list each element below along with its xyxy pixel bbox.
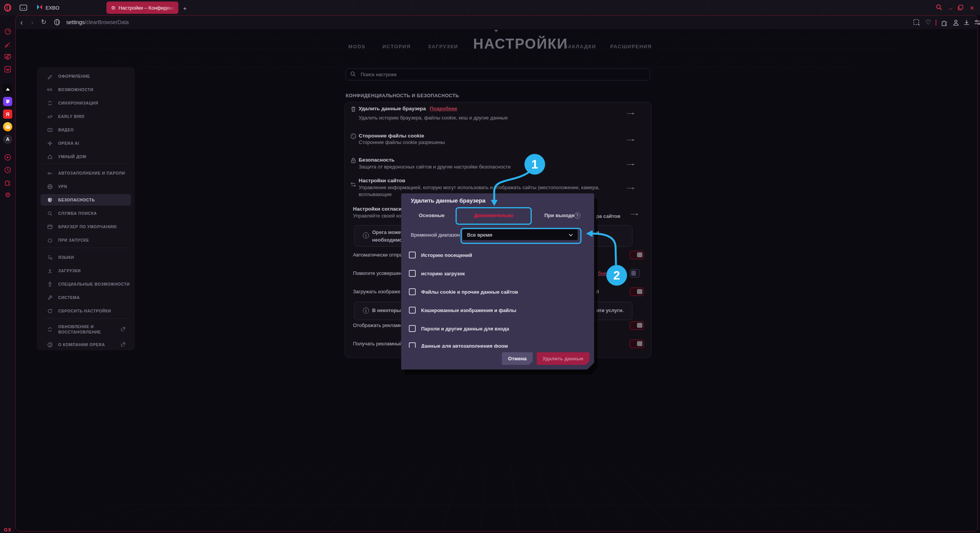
row-improve[interactable]: Помогите усовершен	[353, 270, 402, 276]
twitch-icon[interactable]	[0, 97, 15, 106]
forward-icon[interactable]: ›	[31, 18, 34, 26]
nav-settings-active[interactable]: НАСТРОЙКИ	[473, 36, 568, 52]
checkbox[interactable]	[409, 325, 416, 332]
sidebar-item-accessibility[interactable]: СПЕЦИАЛЬНЫЕ ВОЗМОЖНОСТИ	[41, 278, 131, 290]
hot-tabs-icon[interactable]	[0, 53, 15, 60]
cancel-button[interactable]: Отмена	[502, 352, 532, 365]
toggle-improve[interactable]	[630, 269, 640, 278]
pinned-app-icon[interactable]	[0, 84, 15, 93]
toggle-load-images[interactable]	[630, 288, 644, 296]
question-icon[interactable]: ?	[574, 213, 580, 219]
sidebar-setup-icon[interactable]	[19, 4, 28, 13]
extensions-puzzle-icon[interactable]	[941, 19, 948, 28]
player-icon[interactable]	[0, 154, 15, 161]
delete-data-button[interactable]: Удалить данные	[537, 352, 590, 365]
nav-downloads[interactable]: ЗАГРУЗКИ	[428, 44, 458, 49]
row-site-settings[interactable]: Настройки сайтов	[359, 178, 405, 183]
sidebar-item-security[interactable]: БЕЗОПАСНОСТЬ	[41, 194, 131, 206]
tune-settings-icon[interactable]	[973, 19, 980, 28]
sidebar-item-default-browser[interactable]: БРАУЗЕР ПО УМОЛЧАНИЮ	[41, 221, 131, 232]
close-button[interactable]: ×	[967, 3, 977, 13]
info-icon: i	[363, 232, 369, 239]
sidebar-item-reset-settings[interactable]: СБРОСИТЬ НАСТРОЙКИ	[41, 305, 131, 317]
sidebar-item-video[interactable]: ВИДЕО	[41, 124, 131, 136]
nav-mods[interactable]: MODS	[348, 44, 366, 49]
sidebar-item-smart-home[interactable]: УМНЫЙ ДОМ	[41, 151, 131, 162]
sidebar-item-languages[interactable]: ЯЗЫКИ	[41, 252, 131, 263]
sidebar-item-early-bird[interactable]: EARLY BIRD	[41, 111, 131, 122]
bookmark-heart-icon[interactable]: ♡	[925, 18, 931, 26]
mail-icon[interactable]	[0, 122, 15, 131]
checkbox-row-cache[interactable]: Кэшированные изображения и файлы	[409, 307, 516, 314]
profile-icon[interactable]	[952, 19, 960, 28]
speed-dial-icon[interactable]	[0, 28, 15, 35]
toggle-receive-ads[interactable]	[630, 340, 644, 348]
row-receive-ads[interactable]: Получать рекламный	[353, 341, 402, 347]
gx-mods-icon[interactable]: M	[0, 65, 15, 73]
checkbox-row-cookies[interactable]: Файлы cookie и прочие данные сайтов	[409, 288, 518, 295]
checkbox-row-history[interactable]: Историю посещений	[409, 252, 472, 258]
snapshot-icon[interactable]	[913, 19, 920, 28]
sidebar-item-system[interactable]: СИСТЕМА	[41, 292, 131, 303]
maximize-button[interactable]	[957, 4, 964, 13]
site-badge-icon[interactable]	[53, 18, 61, 28]
nav-history[interactable]: ИСТОРИЯ	[382, 44, 411, 49]
toggle-auto-send[interactable]	[630, 251, 644, 259]
row-auto-send[interactable]: Автоматически отпра	[353, 252, 402, 258]
row-security[interactable]: Безопасность	[359, 157, 395, 163]
section-title: КОНФИДЕНЦИАЛЬНОСТЬ И БЕЗОПАСНОСТЬ	[346, 93, 459, 98]
download-icon[interactable]	[963, 19, 970, 28]
sidebar-item-appearance[interactable]: ОФОРМЛЕНИЕ	[41, 70, 131, 82]
sidebar-item-vpn[interactable]: VPN	[41, 181, 131, 192]
sidebar-item-opera-ai[interactable]: OPERA AI	[41, 137, 131, 149]
row-clear-data[interactable]: Удалить данные браузераПодробнее	[359, 106, 457, 111]
sidebar-item-on-startup[interactable]: ПРИ ЗАПУСКЕ	[41, 234, 131, 246]
new-tab-button[interactable]: +	[180, 3, 190, 13]
extensions-icon[interactable]	[0, 178, 15, 186]
checkbox-row-passwords[interactable]: Пароли и другие данные для входа	[409, 325, 509, 332]
minimize-button[interactable]: –	[946, 3, 956, 13]
sidebar-item-search-service[interactable]: СЛУЖБА ПОИСКА	[41, 208, 131, 219]
row-third-party-cookies-subtitle: Сторонние файлы cookie разрешены	[359, 139, 445, 145]
sidebar-item-update-recovery[interactable]: ОБНОВЛЕНИЕ И ВОССТАНОВЛЕНИЕ	[41, 322, 131, 337]
yandex-icon[interactable]: Я	[0, 110, 15, 119]
tab-exbo[interactable]: EXBO	[32, 2, 64, 14]
row-load-images[interactable]: Загружать изображе	[353, 289, 400, 294]
nav-extensions[interactable]: РАСШИРЕНИЯ	[610, 44, 652, 49]
settings-gear-icon[interactable]: ⚙	[0, 191, 15, 199]
sidebar-item-downloads[interactable]: ЗАГРУЗКИ	[41, 265, 131, 276]
cleaner-broom-icon[interactable]	[0, 41, 15, 48]
details-link[interactable]: Подробнее	[430, 106, 457, 111]
app-a-icon[interactable]: A	[0, 135, 15, 144]
checkbox[interactable]	[409, 270, 416, 277]
row-show-ads[interactable]: Отображать рекламн	[353, 322, 402, 328]
sidebar-item-gx-features[interactable]: GX ВОЗМОЖНОСТИ	[41, 84, 131, 95]
tab-on-exit[interactable]: При выходе	[544, 213, 574, 218]
checkbox[interactable]	[409, 307, 416, 314]
row-consent-settings[interactable]: Настройки согласия	[353, 206, 405, 212]
tab-basic[interactable]: Основные	[419, 213, 444, 218]
sidebar-item-sync[interactable]: СИНХРОНИЗАЦИЯ	[41, 97, 131, 109]
settings-search[interactable]	[346, 69, 650, 80]
sidebar-item-autofill-passwords[interactable]: АВТОЗАПОЛНЕНИЕ И ПАРОЛИ	[41, 167, 131, 179]
toggle-show-ads[interactable]	[630, 321, 644, 330]
checkbox[interactable]	[409, 288, 416, 295]
home-icon	[47, 154, 53, 160]
url-text[interactable]: settings/clearBrowserData	[66, 19, 129, 25]
opera-gx-logo-icon[interactable]	[3, 3, 12, 14]
checkbox[interactable]	[409, 252, 416, 258]
checkbox-row-download-history[interactable]: историю загрузок	[409, 270, 465, 277]
reload-icon[interactable]: ↻	[41, 18, 46, 26]
annotation-box-advanced-tab	[456, 207, 532, 225]
nav-caret-icon[interactable]	[494, 30, 498, 32]
link-fragment[interactable]: бнее	[598, 270, 609, 276]
sidebar-item-about-opera[interactable]: О КОМПАНИИ OPERA	[41, 339, 131, 350]
tab-settings-active[interactable]: ⚙ Настройки – Конфиденци	[106, 2, 178, 14]
back-icon[interactable]: ‹	[20, 18, 23, 26]
time-range-label: Временной диапазон	[411, 232, 460, 238]
search-input[interactable]	[360, 71, 646, 78]
history-clock-icon[interactable]	[0, 166, 15, 174]
nav-bookmarks[interactable]: ЗАКЛАДКИ	[564, 44, 596, 49]
tab-search-icon[interactable]	[935, 3, 943, 13]
row-third-party-cookies[interactable]: Сторонние файлы cookie	[359, 133, 424, 139]
